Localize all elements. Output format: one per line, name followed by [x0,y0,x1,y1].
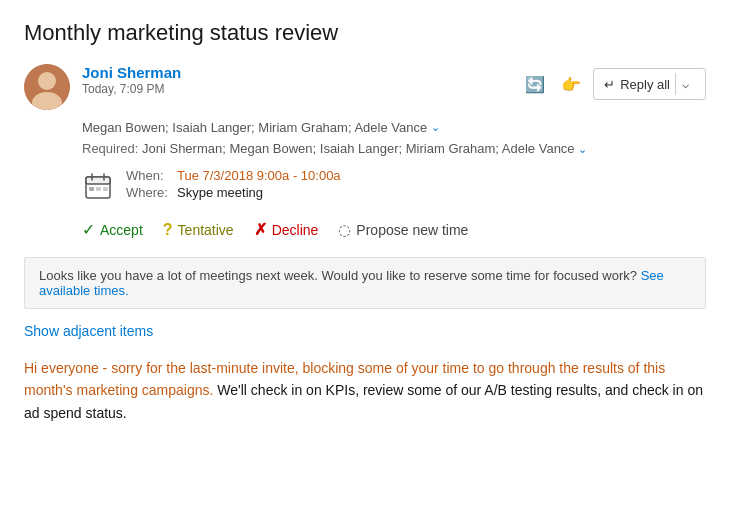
decline-button[interactable]: ✗ Decline [254,216,319,243]
tentative-label: Tentative [178,222,234,238]
accept-label: Accept [100,222,143,238]
svg-rect-4 [89,187,94,191]
calendar-section: When: Tue 7/3/2018 9:00a - 10:00a Where:… [82,168,706,202]
loading-icon: 🔄 [521,71,549,98]
when-where-block: When: Tue 7/3/2018 9:00a - 10:00a Where:… [126,168,341,200]
reply-all-label: Reply all [620,77,670,92]
propose-time-button[interactable]: ◌ Propose new time [338,217,468,243]
sender-name[interactable]: Joni Sherman [82,64,509,81]
banner-text: Looks like you have a lot of meetings ne… [39,268,637,283]
svg-rect-6 [103,187,108,191]
header-actions: 🔄 👉 ↵ Reply all ⌵ [521,64,706,100]
where-label: Where: [126,185,171,200]
check-icon: ✓ [82,220,95,239]
question-icon: ? [163,221,173,239]
reply-dropdown-chevron[interactable]: ⌵ [675,73,695,95]
x-icon: ✗ [254,220,267,239]
reply-all-button[interactable]: ↵ Reply all ⌵ [593,68,706,100]
when-row: When: Tue 7/3/2018 9:00a - 10:00a [126,168,341,183]
sender-info: Joni Sherman Today, 7:09 PM [82,64,509,96]
info-banner: Looks like you have a lot of meetings ne… [24,257,706,309]
where-value: Skype meeting [177,185,263,200]
when-label: When: [126,168,171,183]
svg-rect-1 [86,177,110,184]
where-row: Where: Skype meeting [126,185,341,200]
page-title: Monthly marketing status review [24,20,706,46]
accept-button[interactable]: ✓ Accept [82,216,143,243]
recipients-to-line: Megan Bowen; Isaiah Langer; Miriam Graha… [82,120,706,135]
calendar-icon [82,170,114,202]
tentative-button[interactable]: ? Tentative [163,217,234,243]
forward-icon[interactable]: 👉 [557,71,585,98]
decline-label: Decline [272,222,319,238]
email-header: Joni Sherman Today, 7:09 PM 🔄 👉 ↵ Reply … [24,64,706,110]
show-adjacent-link[interactable]: Show adjacent items [24,323,153,339]
clock-icon: ◌ [338,221,351,239]
required-line: Required: Joni Sherman; Megan Bowen; Isa… [82,141,706,156]
reply-icon: ↵ [604,77,615,92]
expand-recipients-icon[interactable]: ⌄ [431,121,440,134]
when-value: Tue 7/3/2018 9:00a - 10:00a [177,168,341,183]
sender-time: Today, 7:09 PM [82,82,509,96]
expand-required-icon[interactable]: ⌄ [578,143,587,155]
required-label: Required: [82,141,138,156]
svg-rect-5 [96,187,101,191]
propose-label: Propose new time [356,222,468,238]
avatar [24,64,70,110]
required-list: Joni Sherman; Megan Bowen; Isaiah Langer… [142,141,575,156]
rsvp-actions: ✓ Accept ? Tentative ✗ Decline ◌ Propose… [82,216,706,243]
recipients-to-text: Megan Bowen; Isaiah Langer; Miriam Graha… [82,120,427,135]
email-body: Hi everyone - sorry for the last-minute … [24,357,706,424]
